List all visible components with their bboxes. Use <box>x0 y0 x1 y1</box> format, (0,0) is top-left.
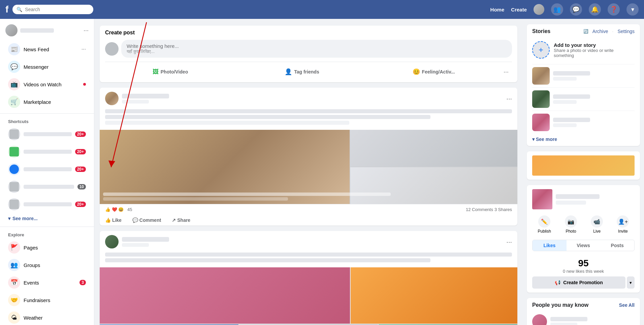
page-stats: 95 0 new likes this week <box>532 255 635 276</box>
post-content <box>100 109 517 130</box>
search-bar[interactable]: 🔍 <box>12 5 93 14</box>
photo-button[interactable]: 📷 Photo <box>561 213 581 236</box>
feeling-button[interactable]: 😊 Feeling/Activ... <box>368 65 499 78</box>
views-tab[interactable]: Views <box>567 240 601 251</box>
post-placeholder-line1: Write something here... <box>127 43 507 49</box>
sidebar-item-messenger[interactable]: 💬 Messenger <box>3 58 91 76</box>
mutual-friends <box>550 323 577 325</box>
chevron-down-icon-btn[interactable]: ▾ <box>626 3 639 16</box>
feed-post: ··· 👍 ❤️ 😆 45 <box>100 88 517 226</box>
photo-icon: 📷 <box>565 215 577 228</box>
shortcuts-see-more[interactable]: ▾ See more... <box>0 213 94 224</box>
videos-watch-icon: 📺 <box>8 78 20 90</box>
sidebar-item-videos-on-watch[interactable]: 📺 Videos on Watch <box>3 76 91 93</box>
search-input[interactable] <box>25 7 89 12</box>
sidebar-user-options-icon[interactable]: ··· <box>84 27 89 34</box>
create-promotion-row: 📢 Create Promotion ▾ <box>532 276 635 289</box>
add-story-button[interactable]: + <box>532 41 550 59</box>
sidebar-item-pages[interactable]: 🚩 Pages <box>3 239 91 256</box>
post-text-line <box>105 258 430 262</box>
post-header: ··· <box>100 231 517 253</box>
story-item[interactable] <box>532 87 635 111</box>
home-link[interactable]: Home <box>490 7 505 12</box>
see-all-people-link[interactable]: See All <box>619 302 635 308</box>
story-item[interactable] <box>532 111 635 134</box>
invite-button[interactable]: 👤+ Invite <box>613 213 633 236</box>
post-author-avatar <box>105 235 119 248</box>
story-author-name <box>553 118 590 122</box>
shortcuts-section-title: Shortcuts <box>0 116 94 125</box>
shortcut-item-2[interactable]: 20+ <box>3 143 91 160</box>
chevron-down-icon: ▾ <box>8 216 10 221</box>
posts-tab[interactable]: Posts <box>600 240 634 251</box>
archive-link[interactable]: Archive <box>592 29 608 34</box>
story-info <box>553 71 635 81</box>
create-promotion-button[interactable]: 📢 Create Promotion <box>532 276 625 289</box>
create-promotion-dropdown[interactable]: ▾ <box>627 276 635 289</box>
tag-friends-button[interactable]: 👤 Tag friends <box>237 65 367 78</box>
like-button[interactable]: 👍 Like <box>100 215 127 226</box>
post-more-options-icon[interactable]: ··· <box>506 238 512 246</box>
shortcut-badge: 20+ <box>75 167 86 172</box>
people-item <box>532 312 635 325</box>
user-avatar[interactable] <box>534 4 544 15</box>
story-timestamp <box>553 77 577 81</box>
shortcut-badge: 10 <box>77 184 86 189</box>
post-reactions: 👍 ❤️ 😆 45 12 Comments 3 Shares <box>100 204 517 215</box>
settings-link[interactable]: Settings <box>617 29 635 34</box>
post-input[interactable]: Write something here... यहाँ कुछ लिखिए..… <box>121 40 512 58</box>
sidebar-item-weather[interactable]: 🌤 Weather <box>3 309 91 325</box>
people-title: People you may know <box>532 302 619 308</box>
separator: · <box>612 29 614 34</box>
people-icon-btn[interactable]: 👥 <box>551 3 563 16</box>
photo-video-button[interactable]: 🖼 Photo/Video <box>105 66 235 78</box>
live-button[interactable]: 📹 Live <box>587 213 607 236</box>
more-options-icon[interactable]: ··· <box>82 46 86 52</box>
bell-icon: 🔔 <box>591 6 599 13</box>
publish-button[interactable]: ✏️ Publish <box>534 213 555 236</box>
shortcut-item-1[interactable]: 20+ <box>3 125 91 143</box>
sidebar-item-news-feed[interactable]: 📰 News Feed ··· <box>3 40 91 58</box>
post-author-name <box>122 237 169 242</box>
sidebar-user-profile[interactable]: ··· <box>0 22 94 39</box>
post-placeholder-line2: यहाँ कुछ लिखिए... <box>127 49 507 54</box>
sidebar-item-groups[interactable]: 👥 Groups <box>3 256 91 274</box>
post-meta <box>122 237 503 247</box>
help-icon-btn[interactable]: ❓ <box>608 3 620 16</box>
create-link[interactable]: Create <box>511 7 527 12</box>
sponsored-panel <box>527 151 640 180</box>
sidebar-item-events[interactable]: 📅 Events 3 <box>3 274 91 291</box>
messenger-icon-btn[interactable]: 💬 <box>570 3 582 16</box>
create-post-input-row: Write something here... यहाँ कुछ लिखिए..… <box>105 40 512 58</box>
post-meta <box>122 94 503 104</box>
likes-tab[interactable]: Likes <box>533 240 567 251</box>
story-item[interactable] <box>532 64 635 87</box>
shortcut-item-5[interactable]: 20+ <box>3 196 91 213</box>
comment-button[interactable]: 💬 Comment <box>127 215 166 226</box>
story-thumbnail <box>532 114 550 131</box>
feeling-label: Feeling/Activ... <box>422 69 455 75</box>
notification-dot <box>83 83 86 86</box>
post-text-line <box>105 115 430 119</box>
shortcut-item-4[interactable]: 10 <box>3 178 91 196</box>
shortcut-icon <box>8 181 20 193</box>
more-actions-icon[interactable]: ··· <box>500 66 512 78</box>
post-author-avatar <box>105 92 119 105</box>
page-action-buttons: ✏️ Publish 📷 Photo 📹 Live 👤+ Invite <box>532 213 635 236</box>
stories-see-more[interactable]: ▾ See more <box>532 137 635 142</box>
bell-icon-btn[interactable]: 🔔 <box>589 3 601 16</box>
sidebar-item-marketplace[interactable]: 🛒 Marketplace <box>3 93 91 111</box>
add-to-story-item[interactable]: + Add to your story Share a photo or vid… <box>532 38 635 61</box>
story-author-name <box>553 71 590 76</box>
sidebar-right: Stories 🔄 Archive · Settings + Add to yo… <box>523 19 644 325</box>
page-cover-image <box>532 189 552 209</box>
sidebar-item-fundraisers[interactable]: 🤝 Fundraisers <box>3 291 91 309</box>
story-thumbnail <box>532 67 550 85</box>
photo-label: Photo <box>566 229 576 234</box>
story-thumbnail <box>532 90 550 108</box>
share-button[interactable]: ↗ Share <box>166 215 196 226</box>
story-timestamp <box>553 123 577 127</box>
post-more-options-icon[interactable]: ··· <box>506 95 512 102</box>
person-avatar <box>532 314 547 325</box>
shortcut-item-3[interactable]: 20+ <box>3 160 91 178</box>
